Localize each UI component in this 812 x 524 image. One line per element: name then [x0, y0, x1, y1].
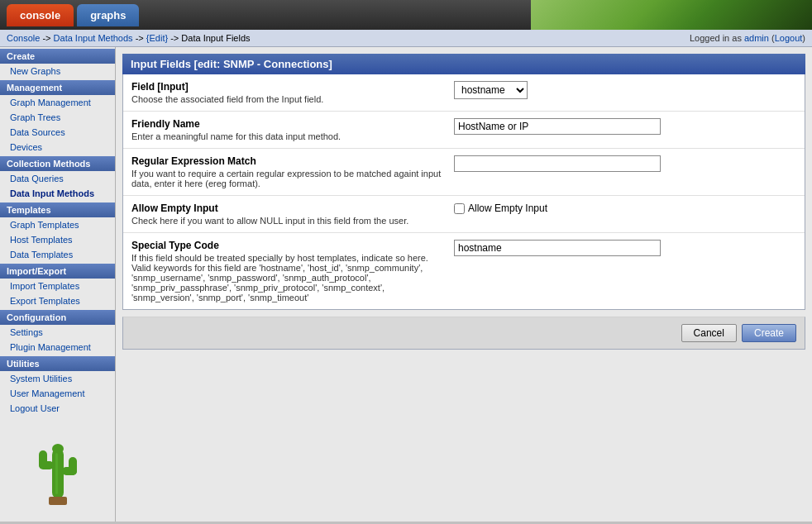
- sidebar-item-data-queries[interactable]: Data Queries: [0, 171, 115, 186]
- svg-rect-4: [69, 457, 77, 475]
- regex-row: Regular Expression Match If you want to …: [123, 149, 805, 196]
- panel-body: Field [Input] Choose the associated fiel…: [122, 74, 805, 310]
- top-nav: console graphs: [0, 0, 812, 30]
- special-type-row: Special Type Code If this field should b…: [123, 233, 805, 309]
- special-type-label: Special Type Code: [131, 240, 446, 251]
- allow-empty-desc: Check here if you want to allow NULL inp…: [131, 216, 446, 226]
- field-input-label: Field [Input]: [131, 81, 446, 93]
- cancel-button[interactable]: Cancel: [681, 324, 737, 342]
- regex-control: [454, 155, 796, 172]
- sidebar-item-import-templates[interactable]: Import Templates: [0, 279, 115, 293]
- sidebar-item-new-graphs[interactable]: New Graphs: [0, 64, 115, 79]
- sidebar-item-settings[interactable]: Settings: [0, 325, 115, 340]
- svg-rect-5: [49, 497, 67, 505]
- allow-empty-checkbox-text: Allow Empty Input: [468, 202, 547, 214]
- special-type-desc: If this field should be treated speciall…: [131, 253, 446, 302]
- username-link[interactable]: admin: [744, 33, 769, 43]
- regex-label: Regular Expression Match: [131, 155, 446, 167]
- allow-empty-checkbox-label: Allow Empty Input: [454, 202, 547, 214]
- breadcrumb-data-input-methods[interactable]: Data Input Methods: [54, 33, 133, 43]
- sidebar-item-devices[interactable]: Devices: [0, 140, 115, 155]
- sidebar-item-logout-user[interactable]: Logout User: [0, 401, 115, 416]
- main-layout: Create New Graphs Management Graph Manag…: [0, 47, 812, 522]
- regex-label-col: Regular Expression Match If you want to …: [131, 155, 446, 188]
- graphs-tab[interactable]: graphs: [77, 4, 139, 26]
- sidebar-item-user-management[interactable]: User Management: [0, 386, 115, 401]
- sidebar: Create New Graphs Management Graph Manag…: [0, 47, 116, 522]
- allow-empty-label-col: Allow Empty Input Check here if you want…: [131, 202, 446, 226]
- friendly-name-row: Friendly Name Enter a meaningful name fo…: [123, 112, 805, 149]
- breadcrumb-current: Data Input Fields: [181, 33, 250, 43]
- breadcrumb-sep3: ->: [170, 33, 181, 43]
- import-export-header: Import/Export: [0, 264, 115, 279]
- friendly-name-input[interactable]: [454, 118, 661, 135]
- sidebar-item-data-templates[interactable]: Data Templates: [0, 247, 115, 262]
- cactus-decoration: [0, 416, 115, 507]
- sidebar-item-plugin-management[interactable]: Plugin Management: [0, 340, 115, 355]
- breadcrumb-edit[interactable]: {Edit}: [146, 33, 168, 43]
- friendly-name-desc: Enter a meaningful name for this data in…: [131, 131, 446, 141]
- collection-methods-header: Collection Methods: [0, 156, 115, 171]
- friendly-name-label-col: Friendly Name Enter a meaningful name fo…: [131, 118, 446, 141]
- regex-desc: If you want to require a certain regular…: [131, 169, 446, 188]
- field-input-control: hostname community username password por…: [454, 81, 796, 99]
- field-input-desc: Choose the associated field from the Inp…: [131, 94, 446, 104]
- svg-rect-2: [39, 450, 47, 469]
- allow-empty-control: Allow Empty Input: [454, 202, 796, 214]
- friendly-name-control: [454, 118, 796, 135]
- create-header: Create: [0, 49, 115, 64]
- field-input-row: Field [Input] Choose the associated fiel…: [123, 74, 805, 112]
- breadcrumb: Console -> Data Input Methods -> {Edit} …: [7, 33, 251, 43]
- sidebar-item-data-input-methods[interactable]: Data Input Methods: [0, 186, 115, 201]
- regex-input[interactable]: [454, 155, 661, 172]
- configuration-header: Configuration: [0, 310, 115, 325]
- panel-header: Input Fields [edit: SNMP - Connections]: [122, 54, 805, 74]
- sidebar-item-export-templates[interactable]: Export Templates: [0, 293, 115, 308]
- allow-empty-checkbox[interactable]: [454, 203, 465, 214]
- sidebar-item-graph-templates[interactable]: Graph Templates: [0, 217, 115, 232]
- sidebar-item-host-templates[interactable]: Host Templates: [0, 232, 115, 247]
- special-type-label-col: Special Type Code If this field should b…: [131, 240, 446, 302]
- login-info: Logged in as admin (Logout): [690, 33, 805, 43]
- svg-point-6: [52, 444, 64, 454]
- templates-header: Templates: [0, 202, 115, 217]
- management-header: Management: [0, 80, 115, 95]
- cactus-icon: [29, 424, 87, 507]
- allow-empty-row: Allow Empty Input Check here if you want…: [123, 196, 805, 233]
- button-row: Cancel Create: [122, 317, 805, 350]
- field-input-label-col: Field [Input] Choose the associated fiel…: [131, 81, 446, 104]
- sidebar-item-system-utilities[interactable]: System Utilities: [0, 371, 115, 386]
- special-type-input[interactable]: [454, 240, 661, 256]
- field-input-select[interactable]: hostname community username password por…: [454, 81, 528, 99]
- breadcrumb-console[interactable]: Console: [7, 33, 40, 43]
- breadcrumb-bar: Console -> Data Input Methods -> {Edit} …: [0, 30, 812, 47]
- friendly-name-label: Friendly Name: [131, 118, 446, 130]
- breadcrumb-sep2: ->: [136, 33, 146, 43]
- special-type-control: [454, 240, 796, 256]
- svg-rect-7: [55, 453, 58, 494]
- top-right-decoration: [531, 0, 812, 30]
- utilities-header: Utilities: [0, 356, 115, 371]
- sidebar-item-graph-trees[interactable]: Graph Trees: [0, 110, 115, 125]
- create-button[interactable]: Create: [742, 324, 796, 342]
- allow-empty-label: Allow Empty Input: [131, 202, 446, 214]
- breadcrumb-sep1: ->: [42, 33, 53, 43]
- logout-link[interactable]: Logout: [775, 33, 803, 43]
- console-tab[interactable]: console: [7, 4, 74, 26]
- content-area: Input Fields [edit: SNMP - Connections] …: [116, 47, 812, 522]
- sidebar-item-data-sources[interactable]: Data Sources: [0, 125, 115, 140]
- sidebar-item-graph-management[interactable]: Graph Management: [0, 95, 115, 110]
